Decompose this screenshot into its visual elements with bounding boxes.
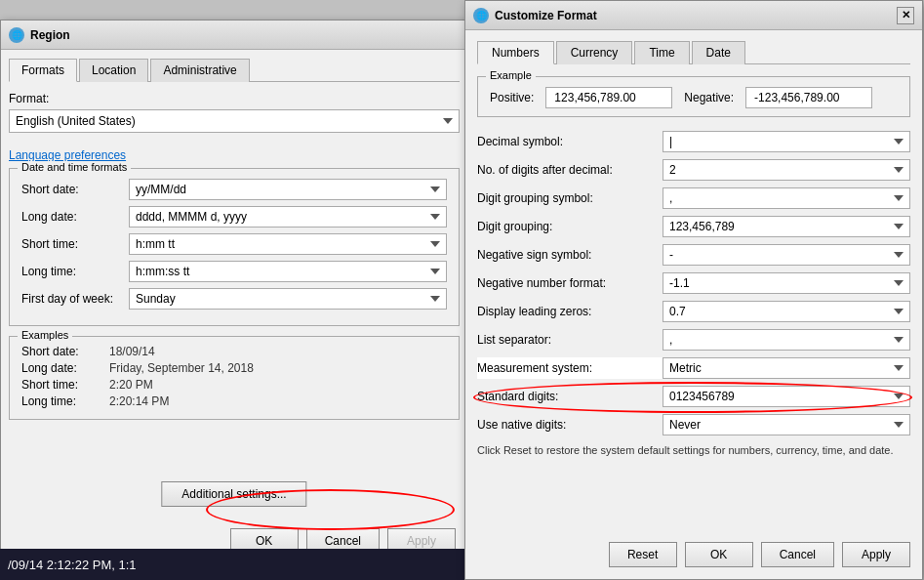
- ex-long-time-label: Long time:: [21, 394, 109, 408]
- customize-window-title: Customize Format: [495, 9, 597, 22]
- customize-apply-button[interactable]: Apply: [842, 542, 910, 567]
- ex-long-date: Long date: Friday, September 14, 2018: [21, 361, 447, 375]
- setting-row-0: Decimal symbol:|: [477, 131, 910, 152]
- setting-label-2: Digit grouping symbol:: [477, 191, 663, 205]
- tab-formats[interactable]: Formats: [9, 59, 77, 82]
- reset-info-text: Click Reset to restore the system defaul…: [477, 443, 910, 458]
- ex-short-time-value: 2:20 PM: [109, 378, 153, 392]
- short-time-select[interactable]: h:mm tt: [129, 233, 447, 255]
- long-date-select[interactable]: dddd, MMMM d, yyyy: [129, 206, 447, 228]
- first-day-select[interactable]: Sunday: [129, 288, 447, 310]
- examples-title: Examples: [18, 329, 72, 341]
- setting-label-1: No. of digits after decimal:: [477, 163, 663, 177]
- setting-select-8[interactable]: Metric: [663, 357, 910, 379]
- setting-row-6: Display leading zeros:0.7: [477, 301, 910, 322]
- long-date-label: Long date:: [21, 210, 129, 224]
- setting-select-3[interactable]: 123,456,789: [663, 216, 910, 237]
- long-time-row: Long time: h:mm:ss tt: [21, 261, 447, 282]
- taskbar-time: /09/14 2:12:22 PM, 1:1: [8, 558, 137, 572]
- ex-short-date: Short date: 18/09/14: [21, 345, 447, 358]
- setting-row-5: Negative number format:-1.1: [477, 272, 910, 294]
- short-time-row: Short time: h:mm tt: [21, 233, 447, 255]
- setting-label-4: Negative sign symbol:: [477, 248, 663, 262]
- setting-select-2[interactable]: ,: [663, 187, 910, 209]
- ex-long-date-label: Long date:: [21, 361, 109, 375]
- tab-administrative[interactable]: Administrative: [150, 59, 249, 82]
- negative-label: Negative:: [684, 91, 734, 104]
- customize-cancel-button[interactable]: Cancel: [761, 542, 834, 567]
- ex-long-time-value: 2:20:14 PM: [109, 394, 169, 408]
- customize-window: 🌐 Customize Format ✕ Numbers Currency Ti…: [464, 0, 923, 580]
- short-date-label: Short date:: [21, 183, 129, 196]
- setting-label-6: Display leading zeros:: [477, 305, 663, 318]
- setting-select-5[interactable]: -1.1: [663, 272, 910, 294]
- setting-label-5: Negative number format:: [477, 276, 663, 290]
- setting-select-7[interactable]: ,: [663, 329, 910, 351]
- customize-tabs: Numbers Currency Time Date: [477, 40, 910, 64]
- long-time-select[interactable]: h:mm:ss tt: [129, 261, 447, 282]
- setting-row-2: Digit grouping symbol:,: [477, 187, 910, 209]
- setting-row-9: Standard digits:0123456789: [477, 386, 910, 407]
- ex-long-time: Long time: 2:20:14 PM: [21, 394, 447, 408]
- customize-icon: 🌐: [473, 8, 489, 23]
- region-window: 🌐 Region Formats Location Administrative…: [0, 20, 468, 566]
- examples-group: Examples Short date: 18/09/14 Long date:…: [9, 336, 460, 420]
- region-icon: 🌐: [9, 27, 24, 43]
- setting-label-10: Use native digits:: [477, 418, 663, 432]
- datetime-group: Date and time formats Short date: yy/MM/…: [9, 168, 460, 326]
- setting-label-8: Measurement system:: [477, 361, 663, 375]
- datetime-group-title: Date and time formats: [18, 161, 131, 173]
- customize-ok-button[interactable]: OK: [685, 542, 753, 567]
- tab-currency[interactable]: Currency: [556, 41, 633, 64]
- setting-row-8: Measurement system:Metric: [477, 357, 910, 379]
- ex-short-time: Short time: 2:20 PM: [21, 378, 447, 392]
- ex-short-date-value: 18/09/14: [109, 345, 155, 358]
- setting-select-0[interactable]: |: [663, 131, 910, 152]
- format-label: Format:: [9, 92, 460, 105]
- format-select[interactable]: English (United States): [9, 109, 460, 133]
- customize-action-buttons: Reset OK Cancel Apply: [609, 542, 910, 567]
- example-section-title: Example: [486, 69, 536, 81]
- setting-label-9: Standard digits:: [477, 390, 663, 403]
- positive-label: Positive:: [490, 91, 534, 104]
- tab-numbers[interactable]: Numbers: [477, 41, 554, 64]
- ex-long-date-value: Friday, September 14, 2018: [109, 361, 254, 375]
- negative-value: -123,456,789.00: [745, 87, 872, 108]
- setting-row-10: Use native digits:Never: [477, 414, 910, 435]
- format-section: Format: English (United States): [9, 92, 460, 133]
- tab-time[interactable]: Time: [634, 41, 689, 64]
- customize-reset-button[interactable]: Reset: [609, 542, 677, 567]
- long-date-row: Long date: dddd, MMMM d, yyyy: [21, 206, 447, 228]
- first-day-row: First day of week: Sunday: [21, 288, 447, 310]
- setting-label-3: Digit grouping:: [477, 220, 663, 233]
- setting-row-1: No. of digits after decimal:2: [477, 159, 910, 181]
- setting-row-4: Negative sign symbol:-: [477, 244, 910, 266]
- setting-select-9[interactable]: 0123456789: [663, 386, 910, 407]
- customize-close-button[interactable]: ✕: [897, 7, 914, 24]
- region-window-title: Region: [30, 28, 70, 42]
- ex-short-time-label: Short time:: [21, 378, 109, 392]
- positive-value: 123,456,789.00: [545, 87, 672, 108]
- setting-select-6[interactable]: 0.7: [663, 301, 910, 322]
- tab-date[interactable]: Date: [692, 41, 745, 64]
- additional-settings-button[interactable]: Additional settings...: [161, 481, 306, 507]
- short-time-label: Short time:: [21, 237, 129, 251]
- taskbar: /09/14 2:12:22 PM, 1:1: [0, 549, 468, 580]
- setting-select-1[interactable]: 2: [663, 159, 910, 181]
- short-date-row: Short date: yy/MM/dd: [21, 179, 447, 200]
- customize-title-left: 🌐 Customize Format: [473, 8, 597, 23]
- example-numbers: Positive: 123,456,789.00 Negative: -123,…: [490, 87, 898, 108]
- setting-select-4[interactable]: -: [663, 244, 910, 266]
- example-section: Example Positive: 123,456,789.00 Negativ…: [477, 76, 910, 117]
- region-title-bar: 🌐 Region: [1, 21, 467, 50]
- tab-location[interactable]: Location: [79, 59, 148, 82]
- short-date-select[interactable]: yy/MM/dd: [129, 179, 447, 200]
- setting-select-10[interactable]: Never: [663, 414, 910, 435]
- language-preferences-link[interactable]: Language preferences: [9, 148, 126, 162]
- setting-label-0: Decimal symbol:: [477, 135, 663, 148]
- first-day-label: First day of week:: [21, 292, 129, 306]
- settings-rows: Decimal symbol:|No. of digits after deci…: [477, 131, 910, 435]
- long-time-label: Long time:: [21, 265, 129, 278]
- setting-label-7: List separator:: [477, 333, 663, 347]
- customize-title-bar: 🌐 Customize Format ✕: [465, 1, 922, 30]
